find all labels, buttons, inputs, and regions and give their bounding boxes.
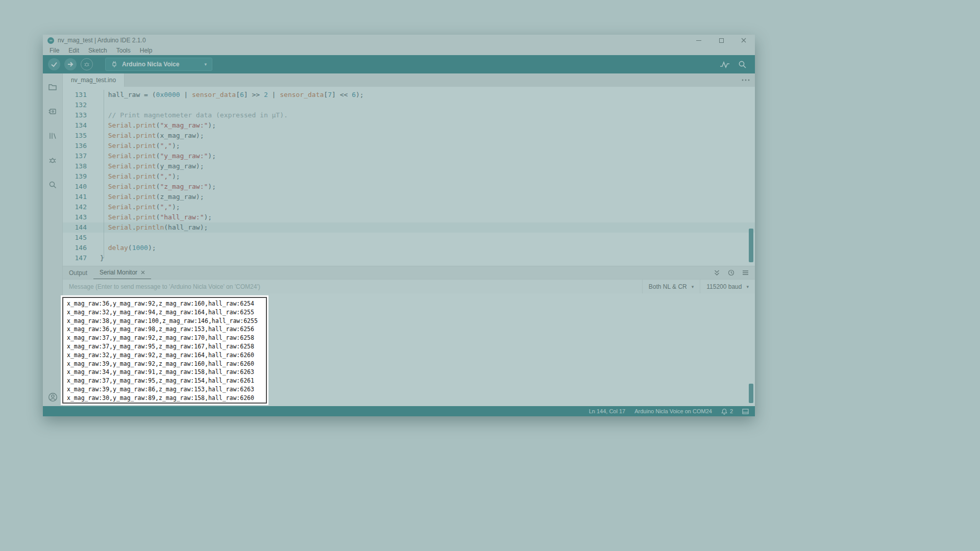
serial-row: x_mag_raw:38,y_mag_raw:100,z_mag_raw:146… [67, 317, 262, 325]
board-plug-icon [111, 61, 118, 68]
line-number[interactable]: 135 [63, 131, 87, 141]
chevron-down-icon: ▾ [692, 284, 694, 289]
board-selector[interactable]: Arduino Nicla Voice ▾ [105, 58, 212, 71]
sidebar-item-boards-manager[interactable] [43, 99, 63, 123]
serial-message-input[interactable] [63, 280, 642, 293]
sidebar-item-search[interactable] [43, 172, 63, 197]
notifications-button[interactable]: 2 [721, 408, 733, 415]
line-number[interactable]: 143 [63, 212, 87, 222]
output-tab-label: Output [69, 269, 87, 277]
chevron-down-icon: ▾ [746, 284, 749, 289]
line-number[interactable]: 137 [63, 151, 87, 161]
line-number[interactable]: 147 [63, 253, 87, 263]
code-line[interactable]: 140 Serial.print("z_mag_raw:"); [63, 182, 755, 192]
sidebar-item-library-manager[interactable] [43, 123, 63, 148]
code-line[interactable]: 147} [63, 253, 755, 263]
code-line[interactable]: 132 [63, 100, 755, 110]
panel-menu-icon[interactable] [742, 270, 749, 276]
menu-item-file[interactable]: File [45, 46, 64, 55]
line-number[interactable]: 142 [63, 202, 87, 212]
code-line[interactable]: 135 Serial.print(x_mag_raw); [63, 131, 755, 141]
serial-message-row: Both NL & CR ▾ 115200 baud ▾ [63, 279, 755, 293]
folder-icon [48, 82, 57, 91]
code-line[interactable]: 139 Serial.print(","); [63, 171, 755, 182]
baud-rate-label: 115200 baud [706, 283, 742, 290]
tab-nv-mag-test[interactable]: nv_mag_test.ino [63, 73, 125, 87]
serial-row: x_mag_raw:37,y_mag_raw:92,z_mag_raw:170,… [67, 334, 262, 342]
menu-item-sketch[interactable]: Sketch [84, 46, 112, 55]
serial-monitor-tab-label: Serial Monitor [100, 269, 137, 276]
line-number[interactable]: 131 [63, 90, 87, 100]
close-button[interactable] [732, 35, 755, 46]
line-ending-label: Both NL & CR [649, 283, 687, 290]
serial-row: x_mag_raw:32,y_mag_raw:94,z_mag_raw:164,… [67, 308, 262, 317]
line-number[interactable]: 140 [63, 182, 87, 192]
serial-row: x_mag_raw:39,y_mag_raw:86,z_mag_raw:153,… [67, 385, 262, 394]
code-editor[interactable]: 131 hall_raw = (0x0000 | sensor_data[6] … [63, 87, 755, 266]
sidebar-item-sketchbook[interactable] [43, 74, 63, 99]
line-number[interactable]: 141 [63, 192, 87, 202]
notification-count: 2 [730, 408, 733, 414]
line-number[interactable]: 145 [63, 233, 87, 243]
timestamp-clock-icon[interactable] [728, 269, 734, 276]
code-line[interactable]: 142 Serial.print(","); [63, 202, 755, 212]
debug-button[interactable] [81, 58, 93, 70]
line-number[interactable]: 146 [63, 243, 87, 253]
sidebar-item-debug[interactable] [43, 148, 63, 172]
desktop: ∞ nv_mag_test | Arduino IDE 2.1.0 FileEd… [0, 0, 980, 551]
panel-tabbar: Output Serial Monitor [63, 266, 755, 279]
code-line[interactable]: 134 Serial.print("x_mag_raw:"); [63, 120, 755, 131]
line-number[interactable]: 133 [63, 110, 87, 120]
baud-rate-dropdown[interactable]: 115200 baud ▾ [700, 280, 755, 294]
line-number[interactable]: 132 [63, 100, 87, 110]
menu-item-tools[interactable]: Tools [112, 46, 135, 55]
verify-button[interactable] [48, 58, 60, 70]
code-lines: 131 hall_raw = (0x0000 | sensor_data[6] … [63, 90, 755, 263]
editor-scrollbar[interactable] [749, 229, 753, 262]
upload-button[interactable] [64, 58, 77, 70]
board-selector-label: Arduino Nicla Voice [122, 61, 179, 68]
toolbar-right [720, 60, 750, 69]
toggle-panel-button[interactable] [742, 409, 749, 414]
line-number[interactable]: 138 [63, 161, 87, 171]
sidebar-item-account[interactable] [43, 392, 63, 402]
code-line[interactable]: 133 // Print magnetometer data (expresse… [63, 110, 755, 120]
close-tab-icon[interactable] [141, 270, 145, 274]
maximize-icon [719, 38, 724, 43]
line-number[interactable]: 134 [63, 120, 87, 131]
collapse-panel-icon[interactable] [714, 269, 720, 276]
minimize-icon [696, 40, 701, 41]
titlebar: ∞ nv_mag_test | Arduino IDE 2.1.0 [43, 35, 755, 46]
tab-output[interactable]: Output [63, 266, 93, 280]
output-scrollbar[interactable] [749, 384, 753, 403]
statusbar: Ln 144, Col 17 Arduino Nicla Voice on CO… [43, 406, 755, 416]
line-number[interactable]: 144 [63, 222, 87, 233]
code-line[interactable]: 136 Serial.print(","); [63, 141, 755, 151]
editor-more-button[interactable] [742, 73, 750, 87]
code-line[interactable]: 141 Serial.print(z_mag_raw); [63, 192, 755, 202]
debug-icon [48, 156, 57, 165]
menu-item-help[interactable]: Help [135, 46, 157, 55]
close-icon [741, 38, 746, 43]
serial-row: x_mag_raw:32,y_mag_raw:92,z_mag_raw:164,… [67, 351, 262, 360]
menu-item-edit[interactable]: Edit [64, 46, 84, 55]
line-number[interactable]: 136 [63, 141, 87, 151]
serial-monitor-icon[interactable] [738, 60, 747, 69]
code-line[interactable]: 146 delay(1000); [63, 243, 755, 253]
code-line[interactable]: 137 Serial.print("y_mag_raw:"); [63, 151, 755, 161]
tab-serial-monitor[interactable]: Serial Monitor [93, 266, 151, 280]
line-number[interactable]: 139 [63, 171, 87, 182]
minimize-button[interactable] [688, 35, 710, 46]
maximize-button[interactable] [710, 35, 732, 46]
editor-tabbar: nv_mag_test.ino [63, 73, 755, 87]
serial-row: x_mag_raw:37,y_mag_raw:95,z_mag_raw:167,… [67, 342, 262, 351]
upload-arrow-icon [67, 61, 74, 68]
code-line[interactable]: 143 Serial.print("hall_raw:"); [63, 212, 755, 222]
code-line[interactable]: 131 hall_raw = (0x0000 | sensor_data[6] … [63, 90, 755, 100]
code-line[interactable]: 145 [63, 233, 755, 243]
line-ending-dropdown[interactable]: Both NL & CR ▾ [642, 280, 700, 294]
serial-plotter-icon[interactable] [720, 61, 730, 68]
code-line[interactable]: 144 Serial.println(hall_raw); [63, 222, 755, 233]
code-line[interactable]: 138 Serial.print(y_mag_raw); [63, 161, 755, 171]
serial-row: x_mag_raw:39,y_mag_raw:92,z_mag_raw:160,… [67, 360, 262, 368]
